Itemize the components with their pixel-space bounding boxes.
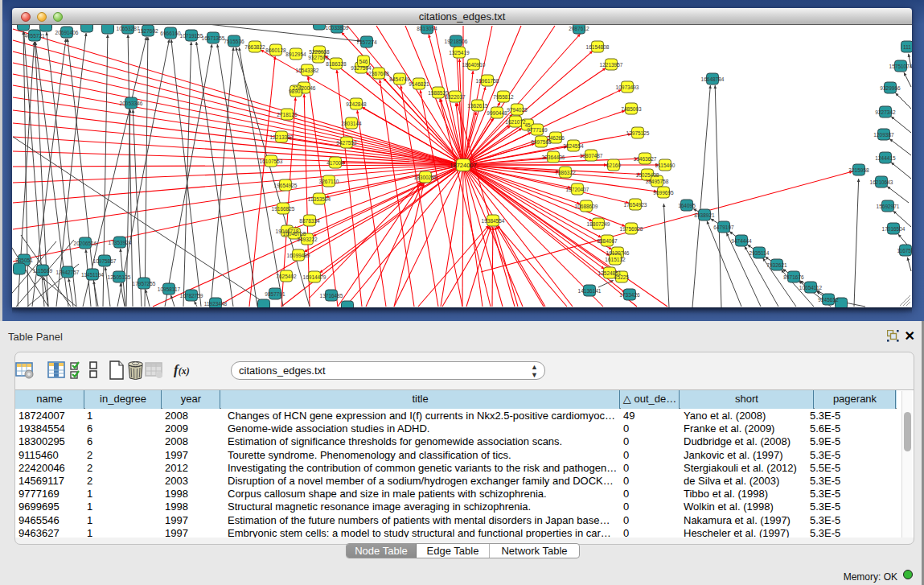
- svg-text:14136141: 14136141: [578, 288, 602, 294]
- svg-text:116753: 116753: [897, 248, 912, 253]
- svg-text:10958117: 10958117: [158, 286, 181, 292]
- svg-text:7625402: 7625402: [276, 274, 297, 279]
- svg-text:2935114: 2935114: [749, 250, 770, 256]
- svg-text:2087612: 2087612: [569, 26, 589, 31]
- svg-text:2367608: 2367608: [368, 71, 389, 76]
- svg-text:19654925: 19654925: [274, 183, 298, 188]
- svg-text:16671355: 16671355: [202, 35, 225, 41]
- svg-text:7932621: 7932621: [766, 262, 787, 268]
- svg-text:16648784: 16648784: [701, 76, 725, 82]
- svg-text:19384554: 19384554: [482, 218, 505, 224]
- svg-text:8938921: 8938921: [694, 212, 715, 218]
- svg-text:16914479: 16914479: [303, 274, 326, 280]
- svg-text:7955812: 7955812: [493, 94, 514, 100]
- svg-text:3493222: 3493222: [297, 237, 318, 242]
- svg-text:10653287: 10653287: [117, 26, 140, 31]
- svg-text:15692971: 15692971: [877, 204, 900, 209]
- svg-text:17654923: 17654923: [624, 202, 647, 208]
- svg-text:1362615: 1362615: [467, 103, 488, 109]
- svg-text:9327503: 9327503: [308, 55, 329, 60]
- svg-text:18724007: 18724007: [450, 162, 476, 169]
- svg-text:20206516: 20206516: [74, 241, 97, 246]
- svg-text:8454749: 8454749: [389, 76, 410, 82]
- svg-text:16543382: 16543382: [296, 68, 319, 73]
- svg-text:9115460: 9115460: [655, 163, 676, 168]
- svg-text:20364436: 20364436: [542, 154, 565, 160]
- svg-text:12213957: 12213957: [600, 62, 623, 68]
- svg-text:20691406: 20691406: [55, 30, 79, 35]
- svg-text:16107553: 16107553: [260, 159, 283, 164]
- svg-text:8471676: 8471676: [783, 274, 804, 280]
- svg-text:9227342: 9227342: [875, 109, 896, 115]
- svg-text:16210643: 16210643: [870, 179, 893, 185]
- svg-text:10046718: 10046718: [283, 231, 306, 237]
- svg-text:12942757: 12942757: [56, 270, 80, 275]
- svg-text:8660128: 8660128: [265, 47, 286, 53]
- svg-text:9427552: 9427552: [336, 140, 357, 146]
- svg-text:25225: 25225: [614, 274, 629, 280]
- svg-text:7485003: 7485003: [621, 106, 642, 112]
- svg-text:7357274: 7357274: [356, 39, 377, 45]
- svg-text:16782759: 16782759: [180, 293, 203, 299]
- svg-text:111: 111: [903, 44, 911, 50]
- svg-text:9245652: 9245652: [818, 297, 839, 303]
- svg-text:16120746: 16120746: [606, 250, 630, 256]
- svg-text:10654112: 10654112: [799, 285, 823, 290]
- svg-text:7515536: 7515536: [224, 39, 244, 44]
- svg-text:8822037: 8822037: [445, 94, 466, 100]
- svg-text:19218506: 19218506: [445, 39, 468, 44]
- svg-text:16099489: 16099489: [287, 253, 310, 258]
- svg-text:835051: 835051: [15, 257, 33, 263]
- svg-text:9699695: 9699695: [653, 190, 674, 196]
- svg-text:9327504: 9327504: [351, 65, 372, 71]
- svg-text:9990448: 9990448: [487, 110, 507, 116]
- svg-text:546: 546: [359, 59, 368, 64]
- svg-text:17353924: 17353924: [109, 240, 132, 245]
- svg-text:7663822: 7663822: [244, 44, 265, 50]
- svg-text:9857791: 9857791: [265, 291, 285, 297]
- svg-text:8813054: 8813054: [417, 26, 437, 31]
- svg-text:10719155: 10719155: [180, 33, 203, 39]
- svg-text:10688609: 10688609: [575, 204, 598, 209]
- svg-text:62160: 62160: [606, 163, 621, 168]
- svg-text:1209387: 1209387: [873, 132, 894, 138]
- svg-text:19463627: 19463627: [634, 156, 657, 162]
- svg-text:9242848: 9242848: [346, 101, 367, 107]
- svg-text:9474444: 9474444: [731, 238, 752, 244]
- svg-text:8912954: 8912954: [285, 51, 306, 57]
- svg-text:6479197: 6479197: [713, 225, 734, 230]
- svg-text:1615132: 1615132: [605, 257, 626, 262]
- svg-text:4055721: 4055721: [24, 33, 45, 39]
- svg-text:19756928: 19756928: [620, 226, 643, 232]
- svg-text:12505135: 12505135: [108, 274, 131, 280]
- svg-text:12213383: 12213383: [270, 134, 294, 140]
- svg-text:15751074: 15751074: [889, 64, 912, 69]
- svg-text:7386322: 7386322: [555, 170, 576, 175]
- svg-text:12975125: 12975125: [626, 130, 650, 136]
- svg-text:98901: 98901: [289, 89, 303, 94]
- svg-text:3824554: 3824554: [563, 143, 584, 149]
- svg-text:9146821: 9146821: [409, 81, 429, 87]
- svg-text:19166825: 19166825: [272, 206, 295, 212]
- svg-text:417004: 417004: [326, 160, 344, 166]
- svg-text:9777169: 9777169: [527, 127, 548, 133]
- svg-text:8186328: 8186328: [326, 61, 347, 67]
- svg-text:18495758: 18495758: [646, 179, 669, 184]
- svg-text:16154808: 16154808: [586, 44, 610, 50]
- svg-text:1115689: 1115689: [33, 268, 53, 274]
- svg-text:164095: 164095: [678, 203, 696, 208]
- svg-text:17016504: 17016504: [882, 226, 906, 232]
- svg-text:16961758: 16961758: [476, 78, 499, 84]
- svg-text:11451194: 11451194: [81, 272, 104, 278]
- svg-text:1527602: 1527602: [138, 28, 158, 34]
- svg-text:6497568: 6497568: [531, 139, 552, 145]
- svg-text:10033809: 10033809: [326, 25, 349, 31]
- svg-text:18807249: 18807249: [587, 221, 610, 227]
- svg-text:8878334: 8878334: [299, 218, 320, 224]
- svg-text:10025438: 10025438: [636, 172, 659, 178]
- svg-text:3267110: 3267110: [319, 179, 339, 184]
- svg-text:18300295: 18300295: [414, 175, 437, 180]
- svg-text:2718126: 2718126: [277, 112, 298, 117]
- svg-text:1244415: 1244415: [875, 155, 896, 161]
- svg-text:11923448: 11923448: [204, 301, 228, 307]
